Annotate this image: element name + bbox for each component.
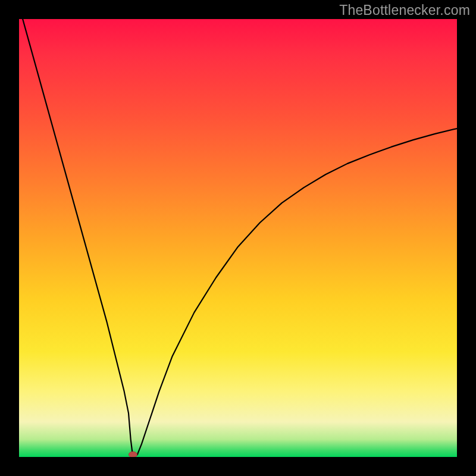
- bottleneck-curve-path: [19, 19, 457, 457]
- minimum-marker-dot: [129, 452, 137, 457]
- chart-outer-border: [0, 0, 476, 476]
- attribution-label: TheBottlenecker.com: [339, 2, 470, 18]
- chart-svg: [19, 19, 457, 457]
- chart-frame: TheBottlenecker.com: [0, 0, 476, 476]
- chart-plot-area: [19, 19, 457, 457]
